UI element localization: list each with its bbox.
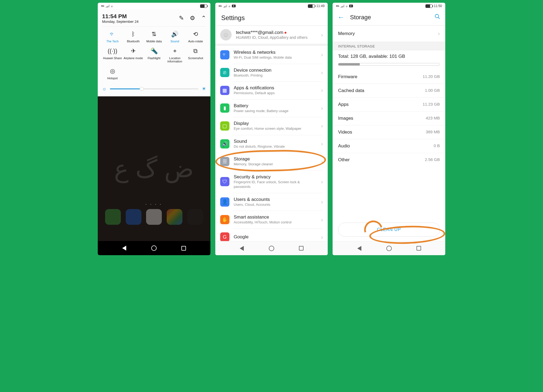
qs-tile-screenshot-icon[interactable]: ⧉ Screenshot [185,48,206,63]
qs-tile-label: Hotspot [107,77,118,80]
svg-point-0 [435,14,439,18]
qs-tile-sound-icon[interactable]: 🔊 Sound [165,31,185,43]
battery-indicator: 66 [425,4,432,8]
account-row[interactable]: ☺ techwa****@gmail.com HUAWEI ID, Cloud,… [215,26,328,46]
back-button[interactable] [121,245,128,251]
memory-row[interactable]: Memory › [333,26,445,42]
qs-tile-label: Screenshot [188,56,203,60]
row-title: Battery [234,103,289,109]
qs-tile-bluetooth-icon[interactable]: ᛒ Bluetooth [123,31,144,43]
edit-icon[interactable]: ✎ [179,15,184,22]
qs-tile-label: Auto-rotate [188,40,203,43]
storage-bar [338,63,440,66]
storage-row-value: 423 MB [426,116,440,121]
chevron-right-icon: › [321,234,323,240]
wifi-status-icon [111,4,113,8]
storage-row-label: Videos [338,129,352,135]
settings-row[interactable]: G Google › [215,229,328,241]
chevron-right-icon: › [321,159,323,165]
home-button[interactable] [268,245,275,252]
settings-row[interactable]: ⎚ Device connection Bluetooth, Printing … [215,64,328,82]
settings-row[interactable]: 👤 Users & accounts Users, Cloud, Account… [215,193,328,211]
storage-row[interactable]: Firmware 11.20 GB [333,70,445,84]
drawer-app-icon[interactable] [146,209,162,225]
home-button[interactable] [151,245,157,251]
clock-date: Monday, September 24 [102,20,138,24]
page-title: Storage [350,14,429,21]
wifi-status-icon [346,4,348,8]
storage-row-value: 11.23 GB [423,102,440,107]
nav-bar [215,241,328,255]
video-notif-icon [349,5,353,7]
qs-tile-location-icon[interactable]: ⌖ Location information [165,48,185,63]
network-indicator: 3G [336,5,339,7]
qs-tile-huaweishare-icon[interactable]: ((·)) Huawei Share [102,48,123,63]
search-icon[interactable] [434,14,440,21]
qs-tile-label: Sound [171,40,179,43]
home-button[interactable] [386,245,392,252]
storage-row[interactable]: Audio 0 B [333,139,445,153]
brightness-slider[interactable]: ☼ ☀ [102,86,206,92]
qs-tile-wifi-icon[interactable]: ᯤ The Tech [102,31,123,43]
row-subtitle: Memory, Storage cleaner [234,162,273,167]
storage-row[interactable]: Videos 389 MB [333,125,445,139]
settings-row[interactable]: 🔊 Sound Do not disturb, Ringtone, Vibrat… [215,135,328,153]
recents-button[interactable] [181,245,187,251]
chevron-right-icon: › [321,141,323,147]
row-subtitle: Eye comfort, Home screen style, Wallpape… [234,126,302,131]
collapse-icon[interactable]: ⌃ [201,15,206,22]
back-button[interactable] [356,245,362,252]
chevron-right-icon: › [321,69,323,76]
qs-tile-hotspot-icon[interactable]: ◎ Hotspot [102,68,123,80]
back-button[interactable] [238,245,245,252]
storage-row[interactable]: Other 2.56 GB [333,153,445,167]
storage-row[interactable]: Images 423 MB [333,111,445,125]
cleanup-button[interactable]: CLEAN UP [338,223,440,237]
section-header: INTERNAL STORAGE [333,42,445,50]
qs-tile-label: Mobile data [146,40,162,43]
row-icon: ᯤ [220,50,229,59]
storage-row-value: 2.56 GB [425,157,440,163]
account-sub: HUAWEI ID, Cloud, AppGallery and others [236,35,308,40]
video-notif-icon [232,5,236,7]
row-icon: ☰ [220,157,229,166]
storage-row-label: Cached data [338,88,364,93]
chevron-right-icon: › [321,179,323,185]
storage-row[interactable]: Apps 11.23 GB [333,97,445,111]
status-bar: 3G 66 11:50 [333,3,445,9]
bluetooth-icon: ᛒ [131,31,135,37]
chevron-right-icon: › [321,52,323,58]
phone-app-icon[interactable] [105,209,121,225]
camera-app-icon[interactable] [187,209,203,225]
messages-app-icon[interactable] [126,209,141,225]
gear-icon[interactable]: ⚙ [190,15,195,22]
brightness-low-icon: ☼ [102,86,107,92]
brightness-high-icon: ☀ [202,86,206,92]
recents-button[interactable] [298,245,305,252]
phone-quick-settings: 3G 65 11:54 PM Monday, September 24 ✎ ⚙ [98,3,210,255]
row-subtitle: Users, Cloud, Accounts [234,202,270,207]
qs-tile-flashlight-icon[interactable]: 🔦 Flashlight [144,48,165,63]
qs-tile-mobiledata-icon[interactable]: ⇅ Mobile data [144,31,165,43]
settings-row[interactable]: ▢ Display Eye comfort, Home screen style… [215,117,328,135]
qs-tile-airplane-icon[interactable]: ✈ Airplane mode [123,48,144,63]
settings-row[interactable]: ✋ Smart assistance Accessibility, HiTouc… [215,211,328,229]
nav-bar [98,241,210,255]
row-subtitle: Bluetooth, Printing [234,73,272,78]
settings-row[interactable]: 🛡 Security & privacy Fingerprint ID, Fac… [215,170,328,193]
chevron-right-icon: › [321,87,323,93]
row-subtitle: Accessibility, HiTouch, Motion control [234,220,292,225]
settings-row[interactable]: ☰ Storage Memory, Storage cleaner › [215,153,328,170]
settings-row[interactable]: ▮ Battery Power saving mode, Battery usa… [215,99,328,117]
quick-settings-panel: 11:54 PM Monday, September 24 ✎ ⚙ ⌃ ᯤ Th… [98,9,210,96]
storage-row[interactable]: Cached data 1.00 GB [333,84,445,97]
settings-row[interactable]: ▦ Apps & notifications Permissions, Defa… [215,81,328,99]
chrome-app-icon[interactable] [167,209,182,225]
back-arrow-icon[interactable]: ← [337,13,345,21]
qs-tile-autorotate-icon[interactable]: ⟲ Auto-rotate [185,31,206,43]
row-title: Storage [234,156,273,162]
row-subtitle: Wi-Fi, Dual SIM settings, Mobile data [234,55,292,60]
svg-line-1 [438,17,440,19]
recents-button[interactable] [415,245,422,252]
settings-row[interactable]: ᯤ Wireless & networks Wi-Fi, Dual SIM se… [215,46,328,64]
